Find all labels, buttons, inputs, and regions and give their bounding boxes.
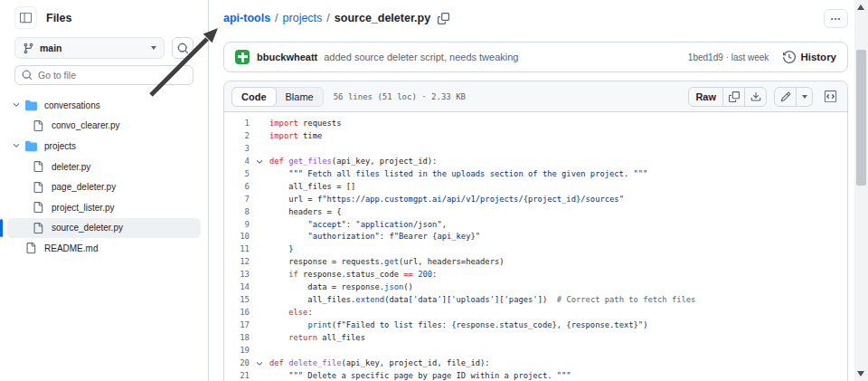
scroll-down-arrow-icon[interactable] bbox=[857, 371, 864, 376]
code-line-21: 21 """ Delete a specific page by page ID… bbox=[224, 370, 847, 381]
commit-sha-time[interactable]: 1bed1d9 · last week bbox=[688, 52, 769, 62]
fold-chevron-icon bbox=[255, 359, 264, 368]
code-line-19: 19 bbox=[224, 345, 847, 357]
line-number[interactable]: 13 bbox=[224, 269, 250, 281]
tab-code[interactable]: Code bbox=[231, 87, 277, 107]
code-text: data = response.json() bbox=[269, 281, 847, 294]
commit-author[interactable]: bbuckwheatt bbox=[257, 52, 317, 62]
code-line-1: 1import requests bbox=[224, 118, 847, 130]
line-number[interactable]: 17 bbox=[224, 319, 250, 332]
line-number[interactable]: 3 bbox=[224, 143, 250, 156]
line-number[interactable]: 9 bbox=[224, 219, 250, 232]
chevron-down-icon bbox=[151, 46, 156, 50]
code-text bbox=[269, 143, 847, 156]
fold-spacer bbox=[250, 219, 269, 232]
fold-spacer bbox=[250, 294, 269, 307]
copy-path-button[interactable] bbox=[438, 13, 449, 24]
code-line-8: 8 headers = { bbox=[224, 206, 847, 219]
line-number[interactable]: 20 bbox=[224, 357, 250, 370]
history-clock-icon bbox=[783, 51, 796, 63]
line-number[interactable]: 15 bbox=[224, 294, 250, 307]
tree-file-README.md[interactable]: README.md bbox=[7, 238, 201, 259]
breadcrumb-repo[interactable]: api-tools bbox=[223, 12, 270, 24]
fold-spacer bbox=[250, 281, 269, 294]
tree-file-project_lister.py[interactable]: project_lister.py bbox=[7, 197, 201, 218]
fold-spacer bbox=[250, 370, 269, 381]
line-number[interactable]: 14 bbox=[224, 281, 250, 294]
code-blame-tabs: Code Blame bbox=[231, 87, 324, 107]
branch-icon bbox=[23, 43, 34, 54]
line-number[interactable]: 1 bbox=[224, 118, 250, 130]
code-text: all_files = [] bbox=[269, 181, 847, 194]
code-text: def delete_file(api_key, project_id, fil… bbox=[269, 357, 847, 370]
tree-file-convo_clearer.py[interactable]: convo_clearer.py bbox=[7, 116, 201, 137]
search-branch-button[interactable] bbox=[172, 37, 193, 59]
latest-commit-bar[interactable]: bbuckwheatt added source deleter script,… bbox=[223, 42, 848, 72]
tab-blame[interactable]: Blame bbox=[277, 91, 323, 102]
code-line-9: 9 "accept": "application/json", bbox=[224, 219, 847, 232]
fold-spacer bbox=[250, 345, 269, 357]
branch-selector[interactable]: main bbox=[14, 37, 165, 59]
code-text: return all_files bbox=[269, 332, 847, 345]
code-text: """ Fetch all files listed in the upload… bbox=[269, 168, 847, 181]
code-line-7: 7 url = f"https://app.customgpt.ai/api/v… bbox=[224, 194, 847, 206]
line-number[interactable]: 7 bbox=[224, 194, 250, 206]
fold-spacer bbox=[250, 319, 269, 332]
breadcrumb-separator: / bbox=[326, 12, 329, 24]
code-text: import requests bbox=[269, 118, 847, 130]
history-button[interactable]: History bbox=[783, 51, 836, 63]
more-options-button[interactable]: … bbox=[824, 9, 848, 28]
line-number[interactable]: 12 bbox=[224, 256, 250, 269]
fold-spacer bbox=[250, 256, 269, 269]
tree-file-deleter.py[interactable]: deleter.py bbox=[7, 157, 201, 177]
fold-spacer bbox=[250, 143, 269, 156]
edit-group bbox=[774, 87, 813, 107]
line-number[interactable]: 18 bbox=[224, 332, 250, 345]
line-number[interactable]: 16 bbox=[224, 307, 250, 319]
line-number[interactable]: 8 bbox=[224, 206, 250, 219]
file-icon bbox=[33, 161, 43, 172]
fold-toggle[interactable] bbox=[250, 357, 269, 370]
edit-dropdown-button[interactable] bbox=[796, 88, 812, 106]
line-number[interactable]: 4 bbox=[224, 156, 250, 168]
download-raw-button[interactable] bbox=[744, 88, 766, 106]
line-number[interactable]: 5 bbox=[224, 168, 250, 181]
tree-file-page_deleter.py[interactable]: page_deleter.py bbox=[7, 176, 201, 197]
tree-file-source_deleter.py[interactable]: source_deleter.py bbox=[7, 218, 201, 239]
branch-row: main bbox=[0, 37, 208, 59]
line-number[interactable]: 11 bbox=[224, 243, 250, 256]
commit-message[interactable]: added source deleter script, needs tweak… bbox=[324, 52, 518, 62]
tree-item-label: projects bbox=[44, 141, 76, 151]
breadcrumb-dir[interactable]: projects bbox=[283, 12, 323, 24]
collapse-sidebar-button[interactable] bbox=[14, 6, 37, 29]
copy-file-button[interactable] bbox=[722, 88, 744, 106]
line-number[interactable]: 6 bbox=[224, 181, 250, 194]
tree-item-label: convo_clearer.py bbox=[52, 120, 120, 130]
fold-toggle[interactable] bbox=[250, 156, 269, 168]
file-icon bbox=[33, 223, 43, 233]
line-number[interactable]: 10 bbox=[224, 231, 250, 243]
edit-file-button[interactable] bbox=[775, 88, 796, 106]
code-text: print(f"Failed to list files: {response.… bbox=[269, 319, 847, 332]
line-number[interactable]: 2 bbox=[224, 130, 250, 143]
file-icon bbox=[33, 182, 43, 193]
raw-button[interactable]: Raw bbox=[689, 88, 722, 106]
file-icon bbox=[33, 120, 43, 131]
vertical-scrollbar[interactable] bbox=[854, 0, 868, 381]
scrollbar-thumb[interactable] bbox=[856, 50, 866, 186]
line-number[interactable]: 19 bbox=[224, 345, 250, 357]
tree-folder-conversations[interactable]: conversations bbox=[7, 95, 201, 116]
symbols-panel-button[interactable] bbox=[820, 87, 840, 107]
breadcrumb-separator: / bbox=[275, 12, 278, 24]
tree-folder-projects[interactable]: projects bbox=[7, 136, 201, 157]
line-number[interactable]: 21 bbox=[224, 370, 250, 381]
copy-icon bbox=[729, 91, 740, 102]
pencil-icon bbox=[780, 91, 791, 102]
search-icon bbox=[177, 43, 189, 54]
go-to-file-input[interactable]: Go to file bbox=[14, 65, 193, 85]
scroll-up-arrow-icon[interactable] bbox=[857, 5, 864, 10]
fold-spacer bbox=[250, 243, 269, 256]
file-tree: conversationsconvo_clearer.pyprojectsdel… bbox=[0, 95, 208, 259]
code-text: else: bbox=[269, 307, 847, 319]
code-line-13: 13 if response.status_code == 200: bbox=[224, 269, 847, 281]
